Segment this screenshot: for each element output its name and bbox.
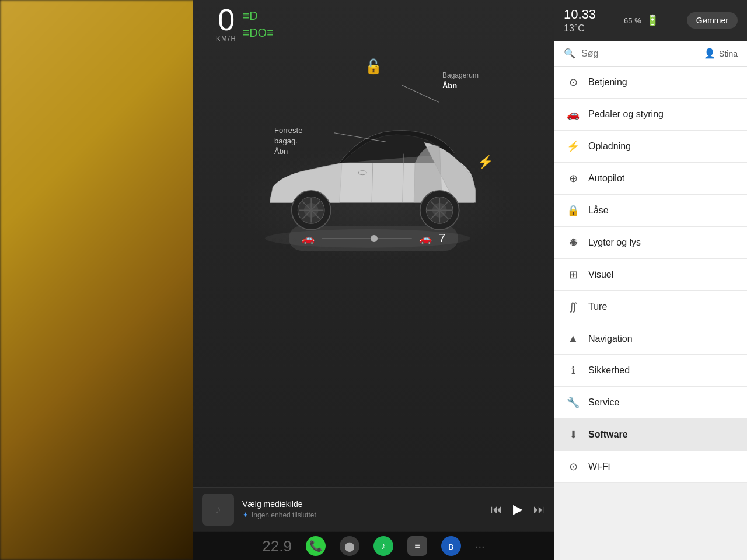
speed-value: 0 (218, 5, 235, 35)
user-name: Stina (719, 49, 738, 58)
laase-label: Låse (588, 205, 735, 216)
wifi-icon: ⊙ (566, 460, 580, 473)
bluetooth-icon: ✦ (242, 510, 249, 519)
service-label: Service (588, 397, 735, 408)
menu-item-wifi[interactable]: ⊙ Wi-Fi (554, 451, 747, 483)
play-button[interactable]: ▶ (513, 502, 523, 517)
menu-item-betjening[interactable]: ⊙ Betjening (554, 66, 747, 99)
menu-item-lygter[interactable]: ✺ Lygter og lys (554, 227, 747, 259)
wifi-label: Wi-Fi (588, 461, 735, 472)
header-battery-area: 65 % 🔋 (624, 14, 659, 27)
speed-bottom-value: 22.9 (262, 537, 292, 555)
search-input[interactable] (581, 48, 698, 59)
car-top-bar: 0 KM/H ≡D ≡DO≡ (193, 0, 554, 41)
betjening-label: Betjening (588, 77, 735, 88)
battery-icon: 🔋 (646, 14, 659, 27)
visuel-icon: ⊞ (566, 268, 580, 281)
battery-percent: 65 % (624, 16, 641, 25)
laase-icon: 🔒 (566, 204, 580, 217)
settings-panel: 10.33 13°C 65 % 🔋 Gømmer 🔍 👤 Stina ⊙ Bet… (554, 0, 747, 560)
settings-header: 10.33 13°C 65 % 🔋 Gømmer (554, 0, 747, 41)
autopilot-icon: ⊕ (566, 172, 580, 185)
status-icons: ≡D ≡DO≡ (243, 9, 274, 40)
car-image-container: Forreste bagag. Åbn Bagagerum Åbn 🔓 (193, 41, 554, 309)
prev-button[interactable]: ⏮ (491, 503, 502, 516)
visuel-label: Visuel (588, 270, 735, 280)
software-icon: ⬇ (566, 428, 580, 441)
pedaler-icon: 🚗 (566, 108, 580, 121)
lygter-label: Lygter og lys (588, 237, 735, 248)
navigation-icon: ▲ (566, 332, 580, 345)
car-illustration (239, 76, 496, 262)
navigation-label: Navigation (588, 334, 735, 344)
rear-trunk-label[interactable]: Bagagerum Åbn (442, 70, 479, 91)
menu-item-visuel[interactable]: ⊞ Visuel (554, 259, 747, 291)
front-trunk-label[interactable]: Forreste bagag. Åbn (274, 125, 302, 158)
media-thumbnail: ♪ (202, 494, 234, 526)
files-button[interactable]: ≡ (407, 536, 427, 556)
media-bar[interactable]: ♪ Vælg mediekilde ✦ Ingen enhed tilslutt… (193, 487, 554, 531)
fog-light-icon: ≡DO≡ (243, 26, 274, 40)
header-time-temp: 10.33 13°C (564, 7, 596, 34)
menu-item-navigation[interactable]: ▲ Navigation (554, 323, 747, 355)
service-icon: 🔧 (566, 396, 580, 409)
headlight-icon: ≡D (243, 9, 274, 23)
software-label: Software (588, 429, 735, 440)
opladning-icon: ⚡ (566, 140, 580, 153)
menu-item-laase[interactable]: 🔒 Låse (554, 195, 747, 227)
menu-item-service[interactable]: 🔧 Service (554, 387, 747, 419)
pedaler-label: Pedaler og styring (588, 109, 735, 120)
menu-list: ⊙ Betjening 🚗 Pedaler og styring ⚡ Oplad… (554, 66, 747, 560)
autopilot-label: Autopilot (588, 173, 735, 184)
betjening-icon: ⊙ (566, 76, 580, 89)
media-subtitle: ✦ Ingen enhed tilsluttet (242, 510, 483, 519)
speed-display: 0 KM/H (216, 5, 237, 42)
ture-label: Ture (588, 302, 735, 312)
svg-point-0 (265, 229, 470, 248)
user-section: 👤 Stina (704, 48, 738, 59)
menu-item-sikkerhed[interactable]: ℹ Sikkerhed (554, 355, 747, 387)
lygter-icon: ✺ (566, 236, 580, 249)
menu-item-pedaler[interactable]: 🚗 Pedaler og styring (554, 99, 747, 131)
menu-item-software[interactable]: ⬇ Software (554, 419, 747, 451)
search-bar[interactable]: 🔍 👤 Stina (554, 41, 747, 66)
left-background (0, 0, 198, 560)
home-button[interactable]: ⬤ (340, 536, 359, 556)
menu-item-opladning[interactable]: ⚡ Opladning (554, 131, 747, 163)
lock-icon[interactable]: 🔓 (365, 58, 382, 75)
more-dots[interactable]: ··· (475, 540, 485, 553)
phone-button[interactable]: 📞 (306, 536, 326, 556)
bluetooth-button[interactable]: ʙ (441, 536, 461, 556)
taskbar: 22.9 📞 ⬤ ♪ ≡ ʙ ··· (193, 532, 554, 560)
hide-button[interactable]: Gømmer (687, 12, 738, 29)
user-icon: 👤 (704, 48, 715, 59)
search-icon: 🔍 (564, 48, 575, 59)
sikkerhed-icon: ℹ (566, 364, 580, 377)
menu-item-autopilot[interactable]: ⊕ Autopilot (554, 163, 747, 195)
menu-item-ture[interactable]: ∬ Ture (554, 291, 747, 323)
ture-icon: ∬ (566, 300, 580, 313)
next-button[interactable]: ⏭ (533, 503, 545, 516)
car-display-panel: 0 KM/H ≡D ≡DO≡ Forreste bagag. Åbn Bagag… (193, 0, 554, 560)
header-temp: 13°C (564, 23, 596, 34)
media-title: Vælg mediekilde (242, 499, 483, 509)
media-controls[interactable]: ⏮ ▶ ⏭ (491, 502, 545, 517)
sikkerhed-label: Sikkerhed (588, 365, 735, 376)
media-info: Vælg mediekilde ✦ Ingen enhed tilsluttet (242, 499, 483, 519)
spotify-button[interactable]: ♪ (374, 536, 393, 556)
header-time: 10.33 (564, 7, 596, 22)
opladning-label: Opladning (588, 141, 735, 152)
charge-indicator: ⚡ (477, 155, 493, 170)
